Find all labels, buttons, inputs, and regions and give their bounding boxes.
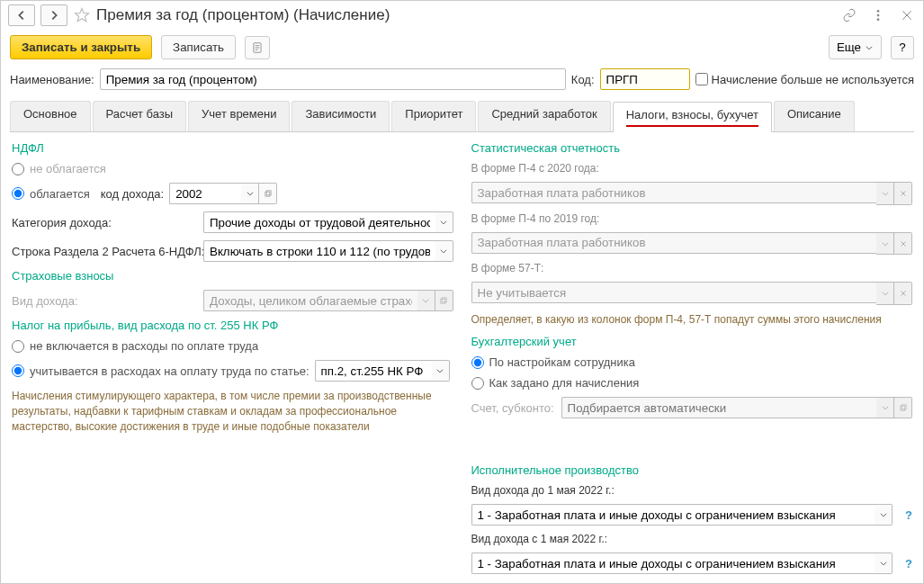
chevron-down-icon[interactable] [432,360,450,382]
income-category-input[interactable] [203,211,435,233]
code-label: Код: [571,73,595,86]
tab-main[interactable]: Основное [10,101,91,131]
kebab-menu-icon[interactable] [869,6,887,24]
profit-expense-label: учитывается в расходах на оплату труда п… [30,364,309,378]
save-button[interactable]: Записать [161,35,236,59]
profit-title: Налог на прибыль, вид расхода по ст. 255… [12,319,453,332]
after-may-input[interactable] [471,553,875,574]
chevron-down-icon[interactable] [876,282,894,305]
ndfl-not-taxed-radio[interactable] [12,163,24,175]
close-icon[interactable] [898,6,916,24]
name-input[interactable] [100,68,566,90]
account-label: Счет, субконто: [471,401,554,415]
help-icon[interactable]: ? [905,508,912,522]
chevron-down-icon[interactable] [876,232,894,256]
p4-2019-label: В форме П-4 по 2019 год: [471,212,913,225]
ndfl-title: НДФЛ [12,141,453,155]
chevron-down-icon[interactable] [875,553,893,574]
t57-label: В форме 57-Т: [471,262,913,274]
ndfl-taxed-label: облагается [30,187,90,201]
chevron-down-icon[interactable] [435,211,453,233]
profit-expense-radio[interactable] [12,364,24,377]
svg-rect-12 [900,406,904,410]
svg-rect-11 [442,298,446,302]
open-icon[interactable] [435,290,453,311]
chevron-down-icon[interactable] [435,240,453,262]
tab-time[interactable]: Учет времени [188,101,290,131]
p4-2019-input [471,232,877,254]
tab-bar: Основное Расчет базы Учет времени Зависи… [10,101,914,132]
nav-back-button[interactable] [8,4,35,26]
link-icon[interactable] [840,6,858,24]
income-category-label: Категория дохода: [12,216,196,229]
bu-employee-label: По настройкам сотрудника [489,355,635,369]
svg-point-2 [877,14,879,16]
save-close-button[interactable]: Записать и закрыть [10,35,152,59]
svg-point-3 [877,19,879,21]
p4-2020-label: В форме П-4 с 2020 года: [471,162,913,175]
document-icon[interactable] [245,36,270,59]
after-may-label: Вид дохода с 1 мая 2022 г.: [471,533,913,545]
t57-input [471,282,877,303]
open-icon[interactable] [259,183,277,204]
income-type-input [203,290,417,311]
line6-input[interactable] [203,240,435,262]
stat-note: Определяет, в какую из колонок форм П-4,… [471,312,913,328]
tab-deps[interactable]: Зависимости [292,101,390,131]
chevron-down-icon[interactable] [875,504,893,526]
profit-article-input[interactable] [315,360,432,382]
bu-title: Бухгалтерский учет [471,335,913,348]
not-used-checkbox[interactable] [695,73,708,85]
chevron-down-icon[interactable] [417,290,435,311]
bu-employee-radio[interactable] [471,356,484,369]
tab-taxes[interactable]: Налоги, взносы, бухучет [613,102,772,132]
income-type-label: Вид дохода: [12,294,196,308]
favorite-star-icon[interactable] [73,6,91,24]
stat-title: Статистическая отчетность [471,141,913,155]
account-input [561,397,876,418]
svg-point-1 [877,10,879,12]
not-used-label: Начисление больше не используется [712,73,914,86]
open-icon[interactable] [894,397,912,418]
code-input[interactable] [600,68,690,90]
tab-base[interactable]: Расчет базы [93,101,187,131]
clear-icon[interactable] [894,282,912,305]
help-button[interactable]: ? [891,36,914,59]
ndfl-taxed-radio[interactable] [12,187,24,200]
ndfl-not-taxed-label: не облагается [30,162,106,175]
profit-not-expense-radio[interactable] [12,340,24,353]
svg-marker-0 [76,9,89,22]
more-button[interactable]: Еще [829,35,882,59]
bu-set-label: Как задано для начисления [489,376,640,390]
exec-title: Исполнительное производство [471,463,913,477]
name-label: Наименование: [10,73,94,86]
clear-icon[interactable] [894,182,912,205]
profit-not-expense-label: не включается в расходы по оплате труда [30,339,258,353]
clear-icon[interactable] [894,232,912,256]
p4-2020-input [471,182,877,203]
tab-avg[interactable]: Средний заработок [478,101,610,131]
line6-label: Строка Раздела 2 Расчета 6-НДФЛ: [12,245,196,258]
more-label: Еще [837,40,861,54]
insurance-title: Страховые взносы [12,269,453,283]
tab-priority[interactable]: Приоритет [391,101,476,131]
svg-rect-10 [441,299,445,303]
chevron-down-icon[interactable] [876,397,894,418]
before-may-label: Вид дохода до 1 мая 2022 г.: [471,484,913,497]
svg-rect-13 [902,405,906,409]
profit-note: Начисления стимулирующего характера, в т… [12,389,453,434]
svg-rect-8 [265,192,270,196]
help-icon[interactable]: ? [905,557,912,571]
window-title: Премия за год (процентом) (Начисление) [96,6,835,24]
income-code-label: код дохода: [101,187,164,201]
bu-set-radio[interactable] [471,377,484,390]
chevron-down-icon[interactable] [241,183,259,204]
chevron-down-icon[interactable] [876,182,894,205]
income-code-input[interactable] [169,183,241,204]
before-may-input[interactable] [471,504,875,526]
nav-forward-button[interactable] [40,4,67,26]
tab-description[interactable]: Описание [774,101,855,131]
svg-rect-9 [266,191,271,195]
